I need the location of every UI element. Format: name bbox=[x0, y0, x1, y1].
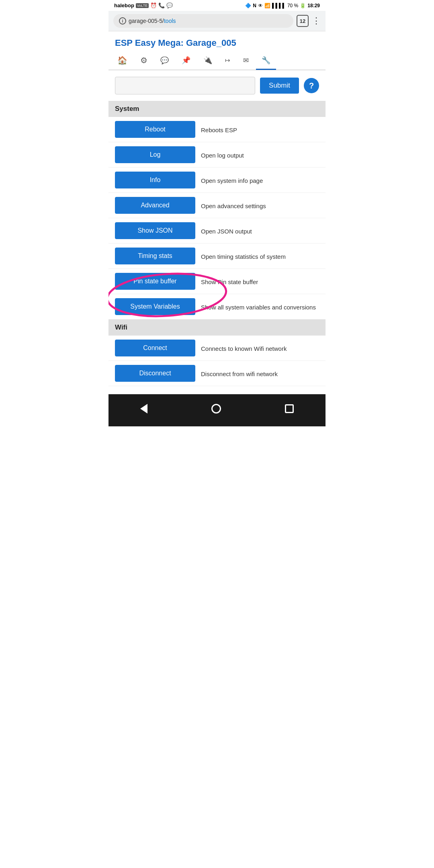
browser-bar: i garage-005-5/tools 12 ⋮ bbox=[108, 11, 326, 31]
time-label: 18:29 bbox=[307, 3, 320, 8]
tab-pin[interactable]: 📌 bbox=[176, 52, 196, 70]
pin-state-buffer-row: Pin state buffer Show Pin state buffer bbox=[108, 269, 326, 294]
tab-email[interactable]: ✉ bbox=[237, 52, 254, 70]
advanced-row: Advanced Open advanced settings bbox=[108, 193, 326, 218]
log-button[interactable]: Log bbox=[115, 146, 195, 163]
alarm-icon: ⏰ bbox=[150, 2, 157, 8]
home-icon bbox=[211, 404, 221, 414]
log-row: Log Open log output bbox=[108, 142, 326, 168]
back-icon bbox=[140, 404, 147, 414]
tab-chat[interactable]: 💬 bbox=[155, 52, 174, 70]
address-text: garage-005-5/tools bbox=[129, 18, 176, 24]
bluetooth-icon: 🔷 bbox=[245, 3, 251, 8]
nfc-icon: N bbox=[253, 3, 256, 8]
carrier-label: halebop bbox=[114, 2, 134, 8]
section-wifi-header: Wifi bbox=[108, 319, 326, 336]
reboot-desc: Reboots ESP bbox=[201, 121, 237, 134]
address-info-icon: i bbox=[119, 17, 126, 25]
connect-row: Connect Connects to known Wifi network bbox=[108, 336, 326, 361]
volte-badge: VoLTE bbox=[136, 3, 149, 8]
back-button[interactable] bbox=[132, 401, 156, 417]
status-bar: halebop VoLTE ⏰ 📞 💬 🔷 N 👁 📶 ▌▌▌▌ 70 % 🔋 … bbox=[108, 0, 326, 11]
pin-state-buffer-desc: Show Pin state buffer bbox=[201, 273, 258, 286]
disconnect-button[interactable]: Disconnect bbox=[115, 365, 195, 382]
browser-menu-button[interactable]: ⋮ bbox=[312, 16, 321, 26]
section-system-header: System bbox=[108, 101, 326, 117]
battery-icon: 🔋 bbox=[300, 3, 306, 8]
home-button[interactable] bbox=[203, 401, 229, 417]
info-button[interactable]: Info bbox=[115, 172, 195, 188]
recent-apps-button[interactable] bbox=[277, 401, 302, 416]
system-variables-desc: Show all system variables and conversion… bbox=[201, 298, 316, 311]
phone-icon: 📞 bbox=[158, 2, 165, 8]
timing-stats-row: Timing stats Open timing statistics of s… bbox=[108, 244, 326, 269]
connect-button[interactable]: Connect bbox=[115, 340, 195, 356]
messenger-icon: 💬 bbox=[166, 2, 173, 8]
status-left: halebop VoLTE ⏰ 📞 💬 bbox=[114, 2, 173, 8]
tab-rules[interactable]: ↦ bbox=[219, 53, 236, 69]
log-desc: Open log output bbox=[201, 146, 244, 160]
system-variables-button[interactable]: System Variables bbox=[115, 298, 195, 315]
submit-button[interactable]: Submit bbox=[260, 78, 299, 94]
address-bar[interactable]: i garage-005-5/tools bbox=[113, 14, 293, 28]
system-variables-row: System Variables Show all system variabl… bbox=[108, 294, 326, 319]
show-json-desc: Open JSON output bbox=[201, 222, 252, 235]
signal-label: ▌▌▌▌ bbox=[272, 3, 286, 8]
info-row: Info Open system info page bbox=[108, 168, 326, 193]
help-button[interactable]: ? bbox=[304, 78, 319, 93]
info-desc: Open system info page bbox=[201, 172, 263, 185]
show-json-button[interactable]: Show JSON bbox=[115, 222, 195, 239]
status-right: 🔷 N 👁 📶 ▌▌▌▌ 70 % 🔋 18:29 bbox=[245, 3, 320, 8]
timing-stats-button[interactable]: Timing stats bbox=[115, 248, 195, 264]
reboot-button[interactable]: Reboot bbox=[115, 121, 195, 138]
tab-count[interactable]: 12 bbox=[297, 15, 309, 27]
disconnect-desc: Disconnect from wifi network bbox=[201, 365, 278, 378]
tab-plug[interactable]: 🔌 bbox=[198, 52, 218, 70]
main-content: ESP Easy Mega: Garage_005 🏠 ⚙ 💬 📌 🔌 ↦ ✉ … bbox=[108, 31, 326, 386]
toolbar: Submit ? bbox=[108, 70, 326, 101]
advanced-desc: Open advanced settings bbox=[201, 197, 266, 210]
disconnect-row: Disconnect Disconnect from wifi network bbox=[108, 361, 326, 386]
reboot-row: Reboot Reboots ESP bbox=[108, 117, 326, 142]
tab-settings[interactable]: ⚙ bbox=[135, 51, 153, 70]
toolbar-input[interactable] bbox=[115, 77, 255, 94]
recent-icon bbox=[285, 404, 294, 413]
battery-label: 70 % bbox=[287, 3, 298, 8]
show-json-row: Show JSON Open JSON output bbox=[108, 218, 326, 244]
wifi-icon: 📶 bbox=[264, 3, 270, 8]
advanced-button[interactable]: Advanced bbox=[115, 197, 195, 214]
tab-home[interactable]: 🏠 bbox=[112, 51, 133, 70]
page-title: ESP Easy Mega: Garage_005 bbox=[108, 31, 326, 51]
tab-tools[interactable]: 🔧 bbox=[256, 52, 276, 70]
pin-state-buffer-button[interactable]: Pin state buffer bbox=[115, 273, 195, 290]
eye-icon: 👁 bbox=[258, 3, 263, 8]
connect-desc: Connects to known Wifi network bbox=[201, 340, 287, 353]
bottom-nav bbox=[108, 394, 326, 426]
nav-tabs: 🏠 ⚙ 💬 📌 🔌 ↦ ✉ 🔧 bbox=[108, 51, 326, 70]
timing-stats-desc: Open timing statistics of system bbox=[201, 248, 286, 261]
